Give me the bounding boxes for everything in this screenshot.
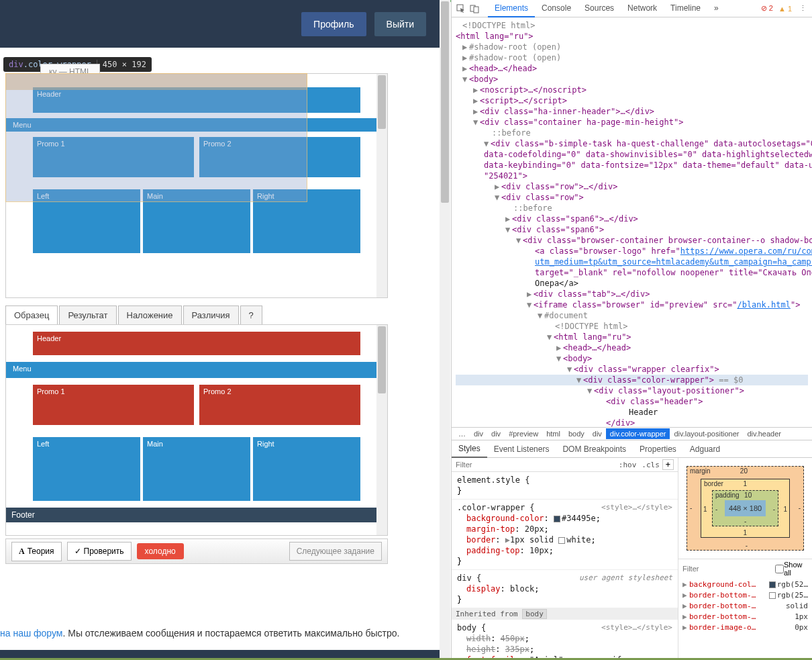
sample-promo2: Promo 2: [199, 385, 360, 425]
tab-sample[interactable]: Образец: [5, 305, 58, 325]
check-button[interactable]: ✓Проверить: [67, 542, 132, 561]
bottom-toolbar: AТеория ✓Проверить холодно Следующее зад…: [5, 538, 388, 564]
sample-main: Main: [143, 437, 250, 501]
sample-pane[interactable]: Header Menu Promo 1 Promo 2 Left Main Ri…: [5, 324, 388, 536]
cls-toggle[interactable]: .cls: [639, 461, 662, 469]
sample-header: Header: [33, 332, 360, 355]
bottom-strip: [0, 650, 440, 658]
breadcrumb-item[interactable]: div.header: [743, 428, 785, 439]
breadcrumb-item[interactable]: #preview: [505, 428, 542, 439]
computed-row[interactable]: ▶background-col…rgb(52…: [678, 579, 812, 590]
styles-panel[interactable]: :hov .cls + element.style { } .color-wra…: [452, 458, 678, 659]
styles-tabs: Styles Event Listeners DOM Breakpoints P…: [452, 440, 812, 458]
tooltip-tag: div: [9, 60, 23, 69]
tab-styles[interactable]: Styles: [452, 440, 487, 458]
hov-toggle[interactable]: :hov: [616, 461, 640, 469]
sample-layout: Header Menu Promo 1 Promo 2 Left Main Ri…: [6, 325, 387, 529]
sample-menu: Menu: [6, 362, 387, 378]
highlight-overlay: [5, 73, 307, 202]
tab-network[interactable]: Network: [621, 0, 664, 17]
breadcrumb-item[interactable]: div.color-wrapper: [606, 428, 670, 439]
logout-button[interactable]: Выйти: [374, 12, 426, 36]
sample-right: Right: [253, 437, 360, 501]
sample-promo1: Promo 1: [33, 385, 194, 425]
theory-button[interactable]: AТеория: [11, 542, 62, 561]
breadcrumb-item[interactable]: div.layout-positioner: [670, 428, 743, 439]
tab-diff[interactable]: Различия: [183, 305, 239, 325]
computed-row[interactable]: ▶border-bottom-…1px: [678, 612, 812, 622]
preview-scrollbar[interactable]: [376, 74, 387, 297]
tab-timeline[interactable]: Timeline: [664, 0, 707, 17]
kebab-icon[interactable]: ⋮: [797, 3, 808, 14]
nav-bar: Профиль Выйти: [0, 0, 440, 48]
tab-listeners[interactable]: Event Listeners: [487, 441, 556, 457]
tab-adguard[interactable]: Adguard: [683, 441, 727, 457]
error-count[interactable]: ⊘ 2: [761, 4, 773, 13]
status-badge: холодно: [137, 543, 184, 559]
tooltip-dimensions: 450 × 192: [97, 60, 146, 69]
styles-filter-input[interactable]: [456, 461, 616, 469]
profile-button[interactable]: Профиль: [301, 12, 366, 36]
sample-footer: Footer: [6, 508, 387, 522]
breadcrumb-item[interactable]: …: [454, 428, 470, 439]
page-scrollbar[interactable]: [440, 0, 450, 660]
selected-dom-node[interactable]: ▼<div class="color-wrapper"> == $0: [456, 375, 808, 385]
computed-panel[interactable]: margin 20 - - - border 1 1 1 1 padding10…: [678, 458, 812, 659]
breadcrumb-item[interactable]: html: [542, 428, 564, 439]
devtools-header: Elements Console Sources Network Timelin…: [452, 0, 812, 17]
computed-row[interactable]: ▶border-image-o…0px: [678, 622, 812, 633]
forum-tail: . Мы отслеживаем сообщения и постараемся…: [62, 628, 399, 639]
device-icon[interactable]: [469, 3, 480, 14]
inspect-icon[interactable]: [456, 3, 466, 14]
forum-text: на наш форум. Мы отслеживаем сообщения и…: [0, 628, 400, 639]
tab-elements[interactable]: Elements: [488, 0, 535, 17]
tab-console[interactable]: Console: [535, 0, 578, 17]
show-all-checkbox[interactable]: [775, 565, 784, 573]
warning-count[interactable]: ▲ 1: [778, 5, 792, 13]
breadcrumb-item[interactable]: body: [564, 428, 589, 439]
dom-tree[interactable]: <!DOCTYPE html> <html lang="ru"> ▶#shado…: [452, 17, 812, 427]
svg-rect-2: [474, 7, 478, 13]
new-rule-button[interactable]: +: [662, 459, 674, 470]
computed-list[interactable]: ▶background-col…rgb(52…▶border-bottom-…r…: [678, 578, 812, 634]
dom-breadcrumb[interactable]: …divdiv#previewhtmlbodydivdiv.color-wrap…: [452, 427, 812, 440]
tab-overlay[interactable]: Наложение: [118, 305, 182, 325]
tab-more[interactable]: »: [707, 0, 725, 17]
result-tabs: Образец Результат Наложение Различия ?: [5, 305, 262, 325]
tab-dom-breakpoints[interactable]: DOM Breakpoints: [556, 441, 633, 457]
breadcrumb-item[interactable]: div: [470, 428, 487, 439]
next-task-button[interactable]: Следующее задание: [289, 542, 382, 561]
tab-result[interactable]: Результат: [59, 305, 116, 325]
devtools-panel: Elements Console Sources Network Timelin…: [451, 0, 812, 660]
tab-sources[interactable]: Sources: [578, 0, 621, 17]
breadcrumb-item[interactable]: div: [487, 428, 505, 439]
forum-link[interactable]: на наш форум: [0, 628, 62, 639]
app-panel: Профиль Выйти div.color-wrapper 450 × 19…: [0, 0, 440, 660]
sample-scrollbar[interactable]: [376, 325, 387, 535]
show-all-label: Show all: [784, 561, 808, 577]
box-model[interactable]: margin 20 - - - border 1 1 1 1 padding10…: [678, 458, 812, 559]
tab-help[interactable]: ?: [240, 305, 262, 325]
computed-row[interactable]: ▶border-bottom-…rgb(25…: [678, 590, 812, 601]
book-icon: A: [19, 547, 25, 557]
sample-left: Left: [33, 437, 140, 501]
computed-row[interactable]: ▶border-bottom-…solid: [678, 601, 812, 612]
box-content: 448 × 180: [725, 500, 766, 516]
tab-properties[interactable]: Properties: [633, 441, 683, 457]
check-icon: ✓: [74, 547, 81, 556]
computed-filter-input[interactable]: [682, 565, 775, 573]
breadcrumb-item[interactable]: div: [589, 428, 606, 439]
